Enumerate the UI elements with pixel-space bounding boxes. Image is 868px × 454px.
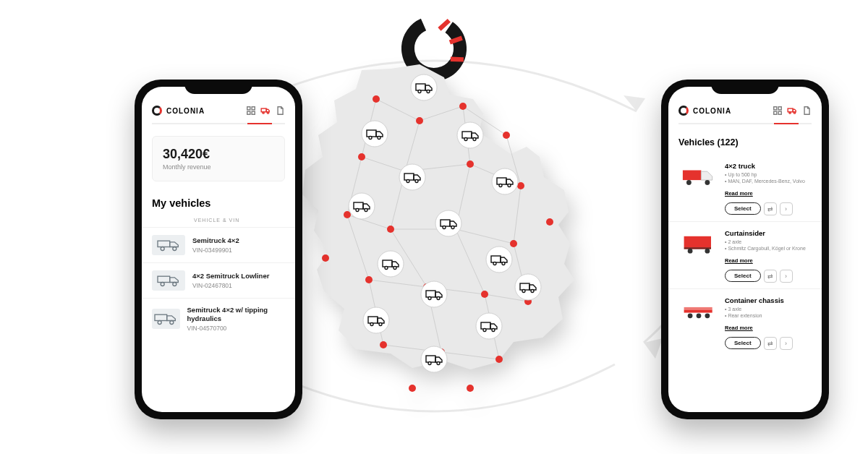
catalog-bullet: • 2 axle (725, 239, 812, 245)
dashboard-icon[interactable] (773, 106, 783, 116)
revenue-label: Monthly revenue (163, 163, 274, 171)
select-button[interactable]: Select (725, 202, 761, 215)
svg-point-95 (705, 313, 710, 318)
svg-point-93 (688, 313, 693, 318)
next-button[interactable]: › (780, 270, 793, 283)
brand-logo-icon (152, 106, 162, 116)
vehicle-name: Semitruck 4×2 w/ tipping hydraulics (187, 306, 285, 323)
revenue-panel: 30,420€ Monthly revenue (152, 136, 285, 181)
svg-point-70 (173, 247, 176, 251)
svg-point-57 (546, 218, 553, 226)
dashboard-icon[interactable] (246, 106, 256, 116)
vehicle-vin: VIN-03499901 (192, 247, 239, 254)
select-button[interactable]: Select (725, 337, 761, 349)
svg-point-75 (158, 320, 161, 324)
svg-point-60 (409, 385, 416, 392)
next-button[interactable]: › (780, 337, 793, 350)
read-more-link[interactable]: Read more (725, 190, 753, 197)
svg-rect-71 (158, 276, 170, 282)
vehicle-column-header: VEHICLE & VIN (152, 218, 285, 223)
svg-rect-87 (684, 236, 711, 247)
truck-thumb-icon (152, 309, 180, 329)
catalog-title: Vehicles (122) (678, 137, 812, 147)
svg-point-83 (793, 112, 795, 113)
svg-point-51 (481, 291, 488, 298)
svg-point-66 (263, 112, 264, 113)
svg-point-45 (344, 211, 351, 218)
vehicles-tab-icon[interactable] (787, 106, 797, 116)
catalog-item-name: Curtainsider (725, 229, 812, 237)
catalog-bullet: • MAN, DAF, Mercedes-Benz, Volvo (725, 178, 812, 184)
svg-rect-61 (247, 107, 250, 110)
vehicles-tab-icon[interactable] (260, 106, 271, 116)
documents-icon[interactable] (275, 106, 285, 116)
svg-rect-74 (155, 314, 167, 320)
catalog-item-name: Container chassis (725, 296, 812, 304)
svg-rect-78 (778, 107, 781, 110)
brand-logo-icon (678, 106, 689, 116)
svg-point-67 (267, 112, 268, 113)
vehicle-name: Semitruck 4×2 (192, 236, 239, 245)
vehicle-vin: VIN-04570700 (187, 325, 285, 332)
svg-point-39 (459, 103, 467, 110)
svg-point-89 (688, 249, 693, 254)
svg-point-53 (380, 341, 387, 348)
svg-point-46 (387, 226, 394, 233)
select-button[interactable]: Select (725, 270, 761, 282)
svg-point-37 (373, 95, 380, 103)
svg-point-82 (789, 112, 791, 113)
svg-rect-80 (778, 111, 781, 114)
svg-point-94 (697, 313, 702, 318)
my-vehicles-title: My vehicles (152, 197, 285, 209)
catalog-thumb-container-chassis (678, 296, 719, 325)
vehicle-row[interactable]: Semitruck 4×2 w/ tipping hydraulics VIN-… (142, 298, 295, 339)
svg-point-40 (503, 132, 510, 139)
owner-phone-mockup: COLONIA 30,420€ Monthly revenue My vehic… (135, 80, 302, 419)
svg-point-90 (705, 249, 710, 254)
compare-button[interactable]: ⇄ (764, 270, 777, 283)
vehicle-name: 4×2 Semitruck Lowliner (192, 272, 269, 280)
truck-thumb-icon (152, 270, 185, 291)
svg-point-55 (495, 356, 503, 363)
vehicle-row[interactable]: 4×2 Semitruck Lowliner VIN-02467801 (142, 262, 295, 298)
phone-notch (184, 80, 252, 94)
svg-point-49 (365, 276, 373, 283)
svg-point-69 (161, 247, 164, 251)
read-more-link[interactable]: Read more (725, 257, 753, 264)
germany-network-map (282, 56, 586, 417)
truck-thumb-icon (152, 235, 185, 255)
svg-rect-77 (774, 107, 777, 110)
svg-point-56 (322, 254, 329, 262)
read-more-link[interactable]: Read more (725, 325, 753, 331)
svg-point-48 (510, 240, 517, 247)
catalog-bullet: • Up to 500 hp (725, 171, 812, 178)
catalog-item: Container chassis • 3 axle • Rear extens… (668, 289, 822, 356)
documents-icon[interactable] (801, 106, 812, 116)
svg-rect-62 (252, 107, 255, 110)
svg-rect-81 (788, 108, 793, 112)
catalog-bullet: • Schmitz Cargobull, Kögel or Krone (725, 245, 812, 252)
svg-rect-68 (158, 241, 170, 247)
compare-button[interactable]: ⇄ (764, 337, 777, 350)
svg-rect-64 (252, 111, 255, 114)
catalog-thumb-curtainsider (678, 229, 719, 258)
next-button[interactable]: › (780, 202, 793, 215)
svg-point-73 (173, 283, 176, 286)
svg-point-59 (467, 385, 474, 392)
vehicle-vin: VIN-02467801 (192, 282, 269, 289)
svg-point-86 (705, 180, 710, 185)
svg-point-41 (358, 153, 365, 160)
catalog-thumb-truck (678, 162, 719, 191)
tab-underline (678, 123, 812, 124)
svg-rect-84 (683, 171, 702, 181)
svg-rect-63 (247, 111, 250, 114)
vehicle-row[interactable]: Semitruck 4×2 VIN-03499901 (142, 227, 295, 262)
svg-rect-91 (684, 309, 712, 312)
compare-button[interactable]: ⇄ (764, 202, 777, 215)
svg-point-44 (517, 182, 524, 189)
svg-rect-65 (261, 108, 266, 112)
tab-underline (152, 123, 285, 124)
catalog-bullet: • 3 axle (725, 306, 812, 312)
phone-notch (711, 80, 779, 94)
svg-point-85 (686, 180, 692, 185)
